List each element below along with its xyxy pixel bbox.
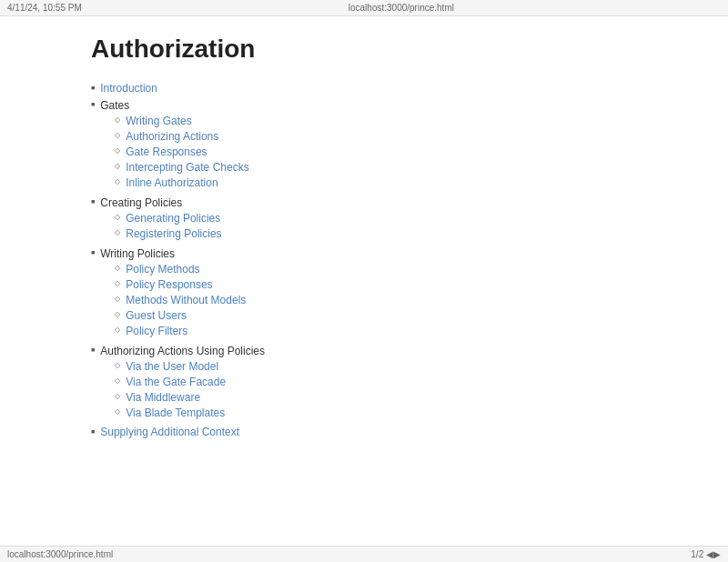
list-item: Writing Policies Policy Methods Policy R… bbox=[91, 246, 692, 340]
creating-policies-sub-list: Generating Policies Registering Policies bbox=[115, 212, 221, 240]
generating-policies-link[interactable]: Generating Policies bbox=[126, 212, 220, 225]
list-item: Guest Users bbox=[115, 309, 246, 322]
page-content: Authorization Introduction Gates Writing… bbox=[0, 16, 728, 478]
creating-policies-label: Creating Policies bbox=[100, 196, 182, 209]
via-blade-templates-link[interactable]: Via Blade Templates bbox=[126, 406, 225, 419]
intercepting-gate-checks-link[interactable]: Intercepting Gate Checks bbox=[126, 161, 248, 174]
gates-sub-list: Writing Gates Authorizing Actions Gate R… bbox=[115, 115, 248, 189]
list-item: Introduction bbox=[91, 82, 692, 95]
list-item: Policy Responses bbox=[115, 278, 246, 291]
writing-policies-label: Writing Policies bbox=[100, 247, 175, 260]
authorizing-actions-sub-list: Via the User Model Via the Gate Facade V… bbox=[115, 360, 265, 419]
list-item: Via Middleware bbox=[115, 391, 265, 404]
inline-authorization-link[interactable]: Inline Authorization bbox=[126, 176, 217, 189]
via-middleware-link[interactable]: Via Middleware bbox=[126, 391, 200, 404]
list-item: Policy Filters bbox=[115, 325, 246, 337]
list-item: Via the Gate Facade bbox=[115, 376, 265, 388]
list-item: Via the User Model bbox=[115, 360, 265, 373]
gates-label: Gates bbox=[100, 99, 129, 112]
list-item: Inline Authorization bbox=[115, 176, 248, 189]
policy-methods-link[interactable]: Policy Methods bbox=[126, 263, 199, 276]
page-title: Authorization bbox=[91, 35, 692, 64]
list-item: Gate Responses bbox=[115, 146, 248, 158]
list-item: Registering Policies bbox=[115, 227, 221, 240]
navigation-list: Introduction Gates Writing Gates Authori… bbox=[91, 82, 692, 438]
list-item: Generating Policies bbox=[115, 212, 221, 225]
writing-gates-link[interactable]: Writing Gates bbox=[126, 115, 191, 127]
list-item: Via Blade Templates bbox=[115, 406, 265, 419]
browser-top-bar: 4/11/24, 10:55 PM localhost:3000/prince.… bbox=[0, 0, 728, 16]
list-item: Supplying Additional Context bbox=[91, 426, 692, 438]
guest-users-link[interactable]: Guest Users bbox=[126, 309, 187, 322]
methods-without-models-link[interactable]: Methods Without Models bbox=[126, 294, 246, 306]
list-item: Creating Policies Generating Policies Re… bbox=[91, 196, 692, 243]
introduction-link[interactable]: Introduction bbox=[100, 82, 157, 95]
list-item: Gates Writing Gates Authorizing Actions … bbox=[91, 98, 692, 192]
via-user-model-link[interactable]: Via the User Model bbox=[126, 360, 218, 373]
writing-policies-sub-list: Policy Methods Policy Responses Methods … bbox=[115, 263, 246, 337]
gate-responses-link[interactable]: Gate Responses bbox=[126, 146, 207, 158]
authorizing-actions-using-policies-label: Authorizing Actions Using Policies bbox=[100, 345, 265, 357]
list-item: Methods Without Models bbox=[115, 294, 246, 306]
browser-time: 4/11/24, 10:55 PM bbox=[7, 3, 82, 13]
policy-filters-link[interactable]: Policy Filters bbox=[126, 325, 187, 337]
list-item: Intercepting Gate Checks bbox=[115, 161, 248, 174]
supplying-additional-context-link[interactable]: Supplying Additional Context bbox=[100, 426, 239, 438]
browser-url: localhost:3000/prince.html bbox=[349, 3, 454, 13]
list-item: Policy Methods bbox=[115, 263, 246, 276]
list-item: Writing Gates bbox=[115, 115, 248, 127]
via-gate-facade-link[interactable]: Via the Gate Facade bbox=[126, 376, 226, 388]
policy-responses-link[interactable]: Policy Responses bbox=[126, 278, 212, 291]
list-item: Authorizing Actions bbox=[115, 130, 248, 143]
list-item: Authorizing Actions Using Policies Via t… bbox=[91, 344, 692, 422]
registering-policies-link[interactable]: Registering Policies bbox=[126, 227, 221, 240]
authorizing-actions-link[interactable]: Authorizing Actions bbox=[126, 130, 218, 143]
